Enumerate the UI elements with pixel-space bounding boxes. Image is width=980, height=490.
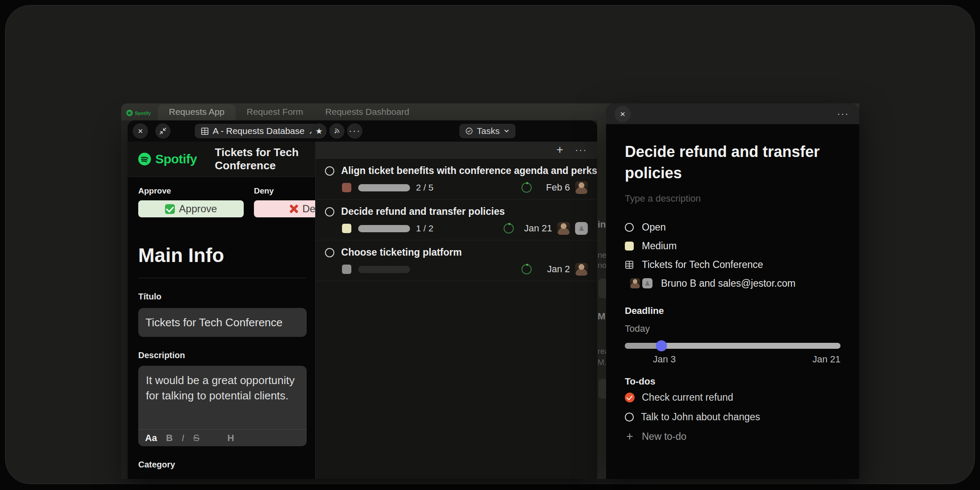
assignees-value: Bruno B and sales@jestor.com <box>661 278 795 289</box>
record-brand-header: Spotify Tickets for Tech Conference <box>128 142 315 177</box>
task-due-date: Jan 2 <box>538 264 570 275</box>
tab-requests-dashboard[interactable]: Requests Dashboard <box>314 104 420 120</box>
favorite-button[interactable]: ★ <box>311 123 327 139</box>
check-circle-icon <box>465 127 473 135</box>
todo-unchecked-icon[interactable] <box>625 413 634 422</box>
heading-button[interactable]: H <box>227 433 234 444</box>
view-pill-label: Tasks <box>477 126 500 136</box>
assignee-avatar <box>575 181 588 194</box>
link-icon[interactable] <box>271 433 272 442</box>
table-icon <box>201 127 209 135</box>
collapse-button[interactable] <box>155 123 171 139</box>
database-field[interactable]: Tickets for Tech Conference <box>625 255 840 274</box>
code-icon[interactable] <box>262 433 262 442</box>
titulo-input[interactable]: Tickets for Tech Conference <box>138 308 307 337</box>
approve-field-label: Approve <box>138 186 244 196</box>
status-value: Open <box>642 222 666 233</box>
ellipsis-icon: ··· <box>349 125 361 137</box>
approve-group: Approve Approve <box>138 186 244 217</box>
strikethrough-button[interactable]: S <box>193 433 199 444</box>
todo-item-label: Talk to John about changes <box>641 411 760 423</box>
task-row[interactable]: Choose ticketing platform Jan 2 <box>316 240 597 281</box>
check-emoji-icon <box>165 204 175 214</box>
copy-icon[interactable] <box>290 433 290 442</box>
description-editor: It would be a great opportunity for talk… <box>138 366 307 446</box>
panel-more-button[interactable]: ··· <box>837 108 849 120</box>
deadline-slider[interactable] <box>625 343 840 349</box>
database-pill[interactable]: A - Requests Database ↗ <box>195 124 322 138</box>
star-icon: ★ <box>315 126 322 136</box>
assignees-field[interactable]: Bruno B and sales@jestor.com <box>625 274 840 293</box>
description-input[interactable]: It would be a great opportunity for talk… <box>138 366 307 429</box>
panel-header: × ··· <box>606 103 859 124</box>
status-circle-icon <box>625 223 634 232</box>
terminal-icon[interactable] <box>253 433 253 442</box>
spotify-logo-icon <box>138 150 151 168</box>
expand-icon[interactable] <box>299 433 300 442</box>
task-progress-bar <box>358 225 410 232</box>
italic-button[interactable]: I <box>182 433 184 444</box>
todo-checked-icon[interactable] <box>625 393 635 402</box>
task-row[interactable]: Align ticket benefits with conference ag… <box>316 159 597 199</box>
task-deadline-ring-icon <box>521 264 532 274</box>
tab-request-form[interactable]: Request Form <box>236 104 314 120</box>
titulo-label: Título <box>138 292 307 302</box>
spotify-icon <box>126 110 133 116</box>
task-detail-title[interactable]: Decide refund and transfer policies <box>625 141 825 184</box>
tasks-list-column: + ··· Align ticket benefits with confere… <box>316 142 597 479</box>
assignee-avatar <box>575 263 588 276</box>
deadline-value: Today <box>625 323 840 334</box>
assignee-avatar-generic <box>575 222 588 235</box>
workspace-brand-label: Spotify <box>135 111 151 116</box>
task-progress-bar <box>358 266 410 273</box>
assignee-avatar <box>557 222 570 235</box>
tasks-view-selector[interactable]: Tasks <box>459 124 516 138</box>
spotify-wordmark: Spotify <box>155 152 197 166</box>
todo-item[interactable]: Check current refund <box>625 388 840 407</box>
task-color-swatch <box>342 183 351 192</box>
add-task-button[interactable]: + <box>556 143 563 157</box>
priority-field[interactable]: Medium <box>625 236 840 255</box>
task-progress-count: 1 / 2 <box>416 223 436 234</box>
numbered-list-icon[interactable] <box>218 433 218 442</box>
task-status-circle[interactable] <box>325 248 334 257</box>
table-icon <box>625 260 634 269</box>
tab-requests-app[interactable]: Requests App <box>158 104 236 120</box>
task-description-placeholder[interactable]: Type a description <box>625 193 840 204</box>
deny-button[interactable]: Deny <box>254 200 316 217</box>
todo-item[interactable]: Talk to John about changes <box>625 407 840 426</box>
deny-field-label: Deny <box>254 186 316 196</box>
indent-list-icon[interactable] <box>243 433 243 442</box>
tasks-more-button[interactable]: ··· <box>575 145 587 156</box>
close-button[interactable]: × <box>133 123 148 139</box>
chevron-down-icon <box>504 128 510 134</box>
clipped-text: ine <box>598 219 606 230</box>
tasks-toolbar: + ··· <box>316 142 597 159</box>
deny-button-label: Deny <box>302 203 316 215</box>
status-field[interactable]: Open <box>625 218 840 236</box>
clipped-text: M <box>598 311 605 322</box>
workspace-brand: Spotify <box>126 110 158 116</box>
bullet-list-icon[interactable] <box>208 433 209 442</box>
broadcast-button[interactable] <box>329 123 345 139</box>
panel-close-button[interactable]: × <box>615 106 631 122</box>
font-size-button[interactable]: Aa <box>145 433 157 444</box>
new-todo-button[interactable]: + New to-do <box>625 427 840 446</box>
todos-label: To-dos <box>625 376 840 387</box>
clipped-text: rea <box>598 347 606 356</box>
bold-button[interactable]: B <box>166 433 173 444</box>
task-status-circle[interactable] <box>325 166 334 176</box>
approve-button[interactable]: Approve <box>138 200 244 217</box>
task-row[interactable]: Decide refund and transfer policies 1 / … <box>316 199 597 240</box>
deny-group: Deny Deny <box>254 186 316 217</box>
record-title: Tickets for Tech Conference <box>215 146 315 172</box>
task-due-date: Feb 6 <box>538 182 570 193</box>
slider-thumb[interactable] <box>656 340 667 351</box>
task-status-circle[interactable] <box>325 207 334 217</box>
deadline-start-label: Jan 3 <box>653 354 676 365</box>
more-button[interactable]: ··· <box>347 123 362 139</box>
plus-icon: + <box>625 430 635 443</box>
background-content-strip: ine ne i nor M rea M. <box>597 120 606 479</box>
task-color-swatch <box>342 224 351 233</box>
task-progress-count: 2 / 5 <box>416 182 436 193</box>
